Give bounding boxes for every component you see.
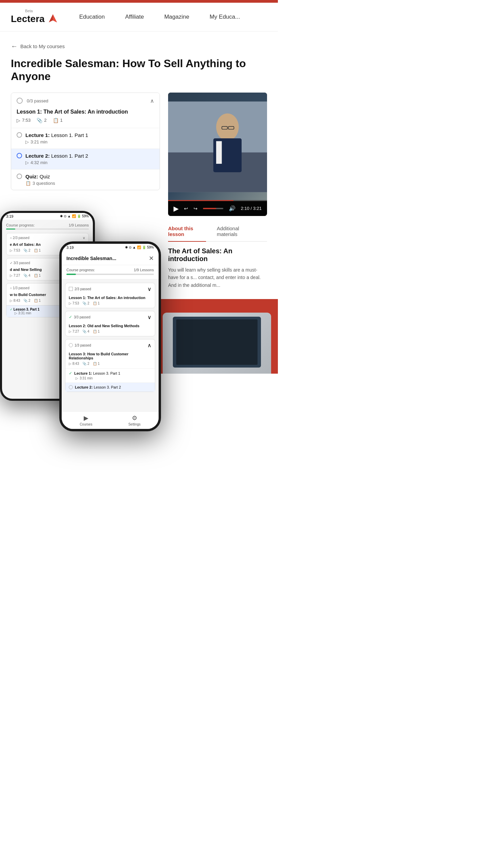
phone-scroll: 2/3 passed ∨ Lesson 1: The Art of Sales:… [62,279,159,411]
lesson-1-radio [17,98,23,104]
laptop-image [163,313,271,374]
phone-l2-name: Lesson 2: Old and New Selling Methods [65,323,155,330]
quiz-radio [17,174,22,179]
svg-marker-1 [53,14,57,22]
phone-big-battery: 59% [82,214,89,218]
navbar: Beta Lectera Education Affiliate Magazin… [0,3,278,32]
nav-magazine[interactable]: Magazine [164,14,189,20]
logo[interactable]: Beta Lectera [11,9,59,25]
phone-l3-chevron-icon: ∧ [147,342,151,349]
phone-l1-name: Lesson 1: The Art of Sales: An introduct… [65,295,155,301]
phone-l2-passed: ✓ 3/3 passed [69,315,90,319]
phone-l3-lecture-1[interactable]: ✓ Lecture 1: Lesson 3. Part 1 ▷3:31 min [65,368,155,382]
back-link[interactable]: ← Back to My courses [11,42,267,50]
lesson-1-header[interactable]: 0/3 passed ∧ [11,93,160,109]
phone-l3-radio [69,343,73,347]
nav-links: Education Affiliate Magazine My Educa... [79,14,240,20]
lesson-1-meta: ▷ 7:53 📎 2 📋 1 [11,118,160,128]
phone-small-screen: 3:19 ✱⊙▲📶🔋 59% Incredible Salesman... ✕ … [62,244,159,429]
lesson-desc-title: The Art of Sales: An introduction [168,247,267,263]
phone-l3-lec2-radio [69,385,73,389]
rewind-button[interactable]: ↩ [184,206,188,211]
phone-nav-settings[interactable]: ⚙ Settings [128,414,141,426]
forward-button[interactable]: ↪ [194,206,198,211]
phone-l1-meta: ▷ 7:53 📎 2 📋 1 [65,301,155,308]
phone-l2-meta: ▷ 7:27 📎 4 📋 1 [65,330,155,336]
phone-big-status-icons: ✱⊙▲📶🔋 59% [60,214,89,218]
phone-big-status: 3:19 ✱⊙▲📶🔋 59% [2,213,93,220]
lecture-2-label: Lecture 2: Lesson 1. Part 2 [25,153,88,159]
quiz-label: Quiz: Quiz [25,174,50,179]
lecture-1-item[interactable]: Lecture 1: Lesson 1. Part 1 ▷ 3:21 min [11,128,160,149]
phone-progress-label: Course progress: [66,268,95,272]
tab-materials[interactable]: Additional materials [217,221,256,242]
nav-my-educa[interactable]: My Educa... [209,14,240,20]
phone-lesson-3: 1/3 passed ∧ Lesson 3: How to Build Cust… [65,339,155,392]
video-time: 2:10 / 3:21 [241,206,262,211]
tab-about[interactable]: About this lesson [168,221,206,242]
lesson-1-quiz-meta: 📋 1 [53,118,63,123]
lecture-2-time: ▷ 4:32 min [25,160,154,165]
phone-l3-lec2-label: Lecture 2: Lesson 3. Part 2 [75,385,121,389]
lesson-1-video-meta: ▷ 7:53 [17,118,30,123]
lesson-1-attach-count: 2 [44,118,46,123]
logo-beta: Beta [25,9,33,13]
quiz-icon: 📋 [53,118,59,123]
lesson-1-section: 0/3 passed ∧ Lesson 1: The Art of Sales:… [11,93,160,190]
phone-big-progress-value: 1/9 Lessons [69,223,89,227]
svg-rect-7 [216,141,222,164]
lecture-1-time: ▷ 3:21 min [25,139,154,144]
phone-l3-lecture-2[interactable]: Lecture 2: Lesson 3. Part 2 [65,382,155,392]
phone-l3-name: Lesson 3: How to Build Customer Relation… [65,351,155,362]
lecture-2-item[interactable]: Lecture 2: Lesson 1. Part 2 ▷ 4:32 min [11,149,160,169]
phone-l3-lec1-label: Lecture 1: Lesson 3. Part 1 [74,371,120,375]
phone-nav-courses[interactable]: ▶ Courses [80,414,92,426]
phone-lesson-2: ✓ 3/3 passed ∨ Lesson 2: Old and New Sel… [65,311,155,336]
phone-big-l1-chevron-icon: ∨ [83,236,85,240]
lesson-1-chevron-icon: ∧ [150,98,154,104]
lesson-1-title: Lesson 1: The Art of Sales: An introduct… [11,109,160,118]
play-button[interactable]: ▶ [174,204,179,213]
courses-icon: ▶ [84,414,88,422]
phone-small-status-icons: ✱⊙▲📶🔋 59% [125,245,154,249]
video-tabs: About this lesson Additional materials [168,221,267,242]
phone-big-time: 3:19 [6,214,13,218]
phone-progress-fill [66,274,76,275]
video-container: ▶ ↩ ↪ 🔊 2:10 / 3:21 [168,93,267,216]
phone-app-title: Incredible Salesman... [66,256,116,261]
lesson-1-passed: 0/3 passed [27,98,48,103]
phone-close-icon[interactable]: ✕ [149,255,154,262]
phone-small-header: Incredible Salesman... ✕ [62,251,159,265]
phone-big-l3-passed: ○ 1/3 passed [10,286,29,290]
lesson-1-video-time: 7:53 [22,118,30,123]
phone-l1-passed: 2/3 passed [69,287,91,291]
video-frame [168,93,267,201]
phone-lesson-1: 2/3 passed ∨ Lesson 1: The Art of Sales:… [65,283,155,308]
phone-l1-radio [69,287,73,291]
phone-l3-lec1-check-icon: ✓ [69,371,72,376]
phone-small: 3:19 ✱⊙▲📶🔋 59% Incredible Salesman... ✕ … [59,241,161,431]
nav-education[interactable]: Education [79,14,105,20]
page-title: Incredible Salesman: How To Sell Anythin… [11,57,267,83]
phone-l3-passed: 1/3 passed [69,343,91,347]
quiz-questions: 📋 3 questions [25,181,154,186]
right-panel: ▶ ↩ ↪ 🔊 2:10 / 3:21 About this lesson Ad… [168,93,267,289]
phone-l2-chevron-icon: ∨ [147,314,151,320]
quiz-item[interactable]: Quiz: Quiz 📋 3 questions [11,169,160,190]
nav-affiliate[interactable]: Affiliate [125,14,144,20]
volume-button[interactable]: 🔊 [229,205,236,212]
video-placeholder [168,93,267,201]
logo-icon [47,13,59,25]
lecture-2-radio [17,153,22,158]
phone-l3-meta: ▷ 8:43 📎 2 📋 1 [65,362,155,368]
video-progress-bar[interactable] [203,208,223,209]
phone-l3-lec1-time: ▷3:31 min [76,376,151,380]
phone-big-l1-passed: ○ 2/3 passed [10,236,29,240]
lesson-1-quiz-count: 1 [60,118,63,123]
back-link-label: Back to My courses [20,43,65,49]
phone-big-l2-passed: ✓ 3/3 passed [10,261,30,265]
phone-progress-bar [66,274,154,275]
lesson-desc-text: You will learn why selling skills are a … [168,266,267,289]
phone-progress-section: Course progress: 1/9 Lessons [62,265,159,279]
phone-l1-chevron-icon: ∨ [147,286,151,292]
